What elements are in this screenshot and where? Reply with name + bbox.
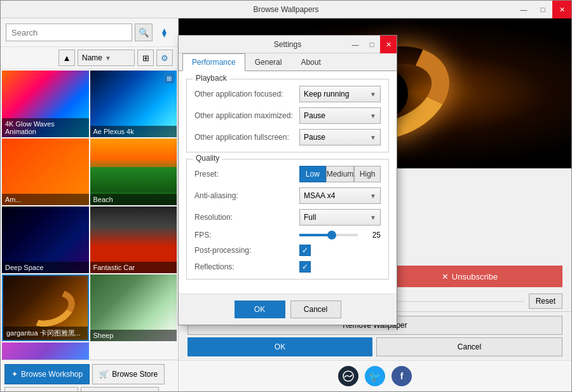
reflections-label: Reflections: <box>194 262 299 271</box>
select-arrow-icon: ▼ <box>370 193 376 199</box>
maximized-control: Pause ▼ <box>299 107 381 124</box>
sort-arrow-icon: ▼ <box>105 55 111 62</box>
close-button[interactable]: ✕ <box>552 1 571 18</box>
preset-medium-button[interactable]: Medium <box>326 166 355 182</box>
settings-button[interactable]: ⚙ <box>156 50 173 66</box>
dialog-cancel-button[interactable]: Cancel <box>290 301 341 318</box>
dialog-ok-button[interactable]: OK <box>235 301 285 318</box>
fps-slider[interactable] <box>299 234 358 236</box>
playback-section: Playback Other application focused: Keep… <box>186 79 389 152</box>
reflections-checkbox[interactable]: ✓ <box>299 261 311 273</box>
wallpaper-label: Fantastic Car <box>90 262 177 273</box>
cancel-button[interactable]: Cancel <box>376 337 562 356</box>
wallpaper-item[interactable]: Sheep <box>90 274 177 341</box>
search-input[interactable] <box>6 24 132 41</box>
postprocessing-checkbox[interactable]: ✓ <box>299 245 311 256</box>
search-bar: 🔍 ⧫ <box>1 18 178 47</box>
view-toggle-button[interactable]: ⊞ <box>137 50 154 66</box>
fullscreen-select[interactable]: Pause ▼ <box>299 129 381 145</box>
resolution-control: Full ▼ <box>299 209 381 226</box>
quality-section: Quality Preset: Low Medium High Anti-ali… <box>186 159 389 280</box>
open-file-button[interactable]: ⬆ Open from File <box>4 387 78 391</box>
left-panel: 🔍 ⧫ ▲ Name ▼ ⊞ ⚙ <box>1 18 179 391</box>
sort-dropdown[interactable]: Name ▼ <box>78 50 135 66</box>
preset-low-button[interactable]: Low <box>299 166 326 182</box>
maximized-select[interactable]: Pause ▼ <box>299 107 381 124</box>
select-arrow-icon: ▼ <box>370 91 376 98</box>
browse-workshop-button[interactable]: ✦ Browse Workshop <box>4 364 90 384</box>
settings-dialog: Settings — □ ✕ Performance General About <box>178 35 397 325</box>
preset-high-button[interactable]: High <box>354 166 381 182</box>
antialiasing-label: Anti-aliasing: <box>194 191 299 200</box>
facebook-icon[interactable]: f <box>392 366 412 386</box>
preset-label: Preset: <box>194 170 299 179</box>
wallpaper-item[interactable]: Fantastic Car <box>90 206 177 273</box>
grid-icon: ⊞ <box>142 53 149 63</box>
fullscreen-label: Other application fullscreen: <box>194 133 299 142</box>
window-title: Browse Wallpapers <box>254 5 319 14</box>
wallpaper-item[interactable]: Beach <box>90 139 177 205</box>
close-btn-icon: ✕ <box>442 272 449 281</box>
wallpaper-label: gargantua 卡冈图雅黑... <box>3 327 88 340</box>
focused-label: Other application focused: <box>194 90 299 98</box>
ok-button[interactable]: OK <box>187 337 372 356</box>
dialog-title-bar: Settings — □ ✕ <box>179 36 397 53</box>
tab-about[interactable]: About <box>291 53 330 71</box>
preset-group: Low Medium High <box>299 166 381 182</box>
search-button[interactable]: 🔍 <box>135 24 153 41</box>
dialog-minimize-button[interactable]: — <box>347 36 364 53</box>
resolution-row: Resolution: Full ▼ <box>194 209 381 226</box>
browse-store-button[interactable]: 🛒 Browse Store <box>92 364 165 384</box>
minimize-button[interactable]: — <box>514 1 533 18</box>
facebook-f-icon: f <box>400 371 404 381</box>
maximize-button[interactable]: □ <box>533 1 552 18</box>
workshop-icon: ✦ <box>11 370 18 379</box>
title-bar: Browse Wallpapers — □ ✕ <box>1 1 571 18</box>
check-icon: ✓ <box>302 262 308 271</box>
bottom-bar-left: ✦ Browse Workshop 🛒 Browse Store ⬆ Open … <box>1 360 178 391</box>
search-icon: 🔍 <box>139 28 149 37</box>
postprocessing-control: ✓ <box>299 245 381 256</box>
open-url-button[interactable]: → Open from URL <box>81 387 159 391</box>
antialiasing-control: MSAA x4 ▼ <box>299 187 381 204</box>
dialog-close-button[interactable]: ✕ <box>380 36 397 53</box>
focused-select[interactable]: Keep running ▼ <box>299 86 381 102</box>
filter-button[interactable]: ⧫ <box>155 24 173 41</box>
select-arrow-icon: ▼ <box>370 214 376 221</box>
playback-label: Playback <box>193 74 229 83</box>
maximized-label: Other application maximized: <box>194 111 299 120</box>
fps-value: 25 <box>363 231 381 240</box>
sort-bar: ▲ Name ▼ ⊞ ⚙ <box>1 47 178 69</box>
fps-row: FPS: 25 <box>194 231 381 240</box>
dialog-maximize-button[interactable]: □ <box>364 36 380 53</box>
steam-icon[interactable] <box>338 366 358 386</box>
select-arrow-icon: ▼ <box>370 134 376 141</box>
twitter-icon[interactable]: 🐦 <box>365 366 385 386</box>
fps-slider-thumb[interactable] <box>327 231 336 240</box>
wallpaper-item[interactable]: Am... <box>2 139 89 205</box>
sort-value: Name <box>82 53 102 62</box>
social-bar: 🐦 f <box>179 360 571 391</box>
wallpaper-item[interactable]: Deep Space <box>2 206 89 273</box>
reset-button[interactable]: Reset <box>529 294 562 309</box>
tab-performance[interactable]: Performance <box>182 53 245 71</box>
focused-row: Other application focused: Keep running … <box>194 86 381 102</box>
unsubscribe-button[interactable]: ✕ Unsubscribe <box>377 266 562 287</box>
antialiasing-select[interactable]: MSAA x4 ▼ <box>299 187 381 204</box>
sort-up-button[interactable]: ▲ <box>58 50 75 66</box>
wallpaper-label: Deep Space <box>2 262 89 273</box>
fps-slider-row: 25 <box>299 231 381 240</box>
resolution-select[interactable]: Full ▼ <box>299 209 381 226</box>
wallpaper-item[interactable]: Ae Plexus 4k ⊞ <box>90 71 177 137</box>
wallpaper-item[interactable]: 4K Glow Waves Animation <box>2 71 89 137</box>
wallpaper-label: 4K Glow Waves Animation <box>2 118 89 137</box>
tab-general[interactable]: General <box>245 53 292 71</box>
wallpaper-item[interactable]: Shimmering Particles <box>2 342 89 360</box>
gear-icon: ⚙ <box>161 53 168 63</box>
reflections-row: Reflections: ✓ <box>194 261 381 273</box>
postprocessing-label: Post-processing: <box>194 246 299 255</box>
wallpaper-item[interactable]: gargantua 卡冈图雅黑... <box>2 274 89 341</box>
dialog-title-controls: — □ ✕ <box>347 36 397 53</box>
check-icon: ✓ <box>302 246 308 255</box>
wallpaper-grid: 4K Glow Waves Animation Ae Plexus 4k ⊞ A… <box>1 69 178 360</box>
